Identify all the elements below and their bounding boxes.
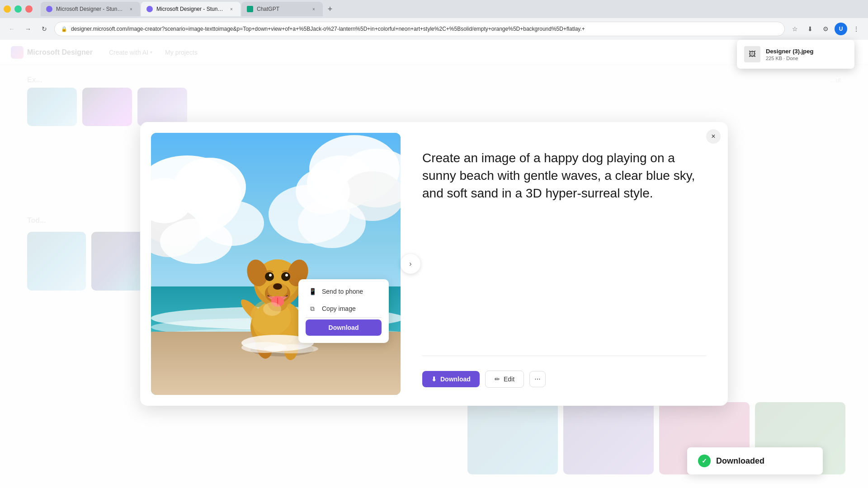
back-button[interactable]: ← (5, 23, 18, 35)
edit-icon: ✏ (495, 375, 500, 383)
download-filename: Designer (3).jpeg (766, 48, 847, 55)
downloaded-label: Downloaded (716, 456, 764, 466)
dropdown-download-button[interactable]: Download (306, 319, 382, 336)
send-to-phone-label: Send to phone (322, 288, 363, 295)
image-prompt: Create an image of a happy dog playing o… (422, 149, 706, 319)
generated-image (151, 133, 401, 395)
tab-2-close[interactable]: × (228, 5, 235, 13)
copy-image-item[interactable]: ⧉ Copy image (302, 300, 385, 317)
svg-point-14 (298, 198, 366, 248)
restore-button[interactable] (14, 5, 22, 13)
close-icon: × (711, 132, 715, 141)
tab-2-label: Microsoft Designer - Stunning ... (156, 6, 224, 12)
edit-button[interactable]: ✏ Edit (485, 371, 524, 388)
tab-1-label: Microsoft Designer - Stunning ... (56, 6, 124, 12)
app-content: Microsoft Designer Create with AI ▾ My p… (0, 40, 868, 488)
modal-separator (422, 356, 706, 356)
tab-3[interactable]: ChatGPT × (241, 2, 323, 16)
tab-3-favicon (247, 6, 253, 12)
download-label: Download (440, 375, 471, 383)
extensions-button[interactable]: ⚙ (819, 23, 832, 35)
more-options-button[interactable]: ··· (529, 371, 546, 387)
chevron-right-icon: › (409, 260, 411, 268)
profile-button[interactable]: U (835, 23, 847, 35)
refresh-button[interactable]: ↻ (38, 23, 51, 35)
close-window-button[interactable] (25, 5, 33, 13)
svg-point-46 (263, 302, 281, 316)
tab-1[interactable]: Microsoft Designer - Stunning ... × (41, 2, 140, 16)
download-dropdown-menu: 📱 Send to phone ⧉ Copy image Download (298, 279, 389, 343)
dropdown-download-label: Download (329, 324, 359, 331)
browser-chrome: Microsoft Designer - Stunning ... × Micr… (0, 0, 868, 40)
download-popup-icon: 🖼 (744, 46, 760, 62)
tab-2-favicon (146, 6, 153, 12)
next-image-button[interactable]: › (401, 254, 420, 274)
address-bar[interactable]: 🔒 designer.microsoft.com/image-creator?s… (54, 22, 785, 36)
svg-point-45 (264, 344, 318, 353)
image-detail-modal: × (140, 122, 728, 406)
svg-point-41 (269, 274, 272, 277)
phone-icon: 📱 (308, 287, 316, 296)
download-popup-info: Designer (3).jpeg 225 KB · Done (766, 48, 847, 61)
forward-button[interactable]: → (22, 23, 34, 35)
check-symbol: ✓ (702, 457, 707, 465)
svg-point-42 (285, 274, 288, 277)
svg-point-6 (201, 201, 264, 246)
checkmark-icon: ✓ (698, 455, 711, 467)
modal-close-button[interactable]: × (706, 129, 721, 144)
dropdown-divider (306, 317, 382, 318)
edit-label: Edit (504, 375, 514, 383)
copy-icon: ⧉ (308, 305, 316, 313)
download-meta: 225 KB · Done (766, 56, 847, 61)
send-to-phone-item[interactable]: 📱 Send to phone (302, 283, 385, 300)
tab-3-label: ChatGPT (257, 6, 307, 12)
tab-3-close[interactable]: × (310, 5, 317, 13)
tab-2[interactable]: Microsoft Designer - Stunning ... × (141, 2, 241, 16)
downloads-button[interactable]: ⬇ (804, 23, 816, 35)
minimize-button[interactable] (4, 5, 11, 13)
menu-button[interactable]: ⋮ (850, 23, 863, 35)
download-button[interactable]: ⬇ Download (422, 371, 480, 387)
browser-download-popup: 🖼 Designer (3).jpeg 225 KB · Done (737, 40, 854, 69)
address-text: designer.microsoft.com/image-creator?sce… (71, 26, 778, 32)
browser-controls: ← → ↻ 🔒 designer.microsoft.com/image-cre… (0, 18, 868, 40)
lock-icon: 🔒 (61, 26, 67, 32)
tab-1-close[interactable]: × (127, 5, 135, 13)
svg-point-40 (281, 272, 290, 281)
downloaded-toast: ✓ Downloaded (687, 447, 823, 474)
action-bar: ⬇ Download ✏ Edit ··· (422, 371, 706, 388)
download-file-icon: 🖼 (749, 50, 756, 58)
tab-1-favicon (46, 6, 52, 12)
tab-bar: Microsoft Designer - Stunning ... × Micr… (0, 0, 868, 18)
new-tab-button[interactable]: + (324, 3, 336, 15)
download-icon: ⬇ (431, 375, 437, 383)
bookmark-button[interactable]: ☆ (788, 23, 801, 35)
svg-point-39 (265, 272, 274, 281)
modal-overlay: × (0, 40, 868, 488)
svg-point-36 (273, 283, 282, 290)
window-controls (4, 5, 33, 13)
browser-actions: ☆ ⬇ ⚙ U ⋮ (788, 23, 863, 35)
modal-content-section: Create an image of a happy dog playing o… (411, 122, 728, 406)
modal-image-section: › (140, 122, 411, 406)
copy-image-label: Copy image (322, 305, 356, 312)
ellipsis-icon: ··· (534, 375, 540, 383)
beach-image-svg (151, 133, 401, 395)
